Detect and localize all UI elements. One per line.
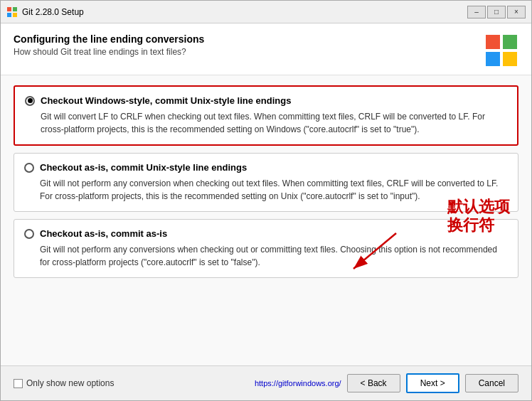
svg-rect-0 xyxy=(7,7,11,11)
option-box-3[interactable]: Checkout as-is, commit as-is Git will no… xyxy=(14,219,518,278)
close-button[interactable]: × xyxy=(507,6,526,18)
app-icon xyxy=(6,6,18,18)
page-subtitle: How should Git treat line endings in tex… xyxy=(14,47,204,57)
page-header: Configuring the line ending conversions … xyxy=(1,23,531,75)
next-button[interactable]: Next > xyxy=(406,373,459,393)
option-1-desc: Git will convert LF to CRLF when checkin… xyxy=(41,110,507,136)
svg-rect-3 xyxy=(13,13,17,17)
option-box-1[interactable]: Checkout Windows-style, commit Unix-styl… xyxy=(14,85,518,146)
checkbox-label: Only show new options xyxy=(26,378,114,388)
svg-rect-1 xyxy=(13,7,17,11)
svg-line-9 xyxy=(353,233,396,269)
footer-bar: Only show new options https://gitforwind… xyxy=(1,365,531,400)
maximize-button[interactable]: □ xyxy=(487,6,506,18)
option-3-label[interactable]: Checkout as-is, commit as-is xyxy=(24,228,508,239)
option-3-desc: Git will not perform any conversions whe… xyxy=(40,243,508,269)
option-2-label[interactable]: Checkout as-is, commit Unix-style line e… xyxy=(24,162,508,173)
option-box-2[interactable]: Checkout as-is, commit Unix-style line e… xyxy=(14,153,518,212)
window-controls: – □ × xyxy=(467,6,526,18)
option-1-label[interactable]: Checkout Windows-style, commit Unix-styl… xyxy=(25,95,507,106)
back-button[interactable]: < Back xyxy=(347,374,400,392)
page-title: Configuring the line ending conversions xyxy=(14,33,204,45)
svg-rect-6 xyxy=(486,52,500,66)
option-2-desc: Git will not perform any conversion when… xyxy=(40,177,508,203)
svg-rect-2 xyxy=(7,13,11,17)
option-3-title: Checkout as-is, commit as-is xyxy=(40,228,167,239)
setup-window: Git 2.28.0 Setup – □ × Configuring the l… xyxy=(0,0,532,401)
radio-3[interactable] xyxy=(24,229,34,239)
radio-1[interactable] xyxy=(25,96,35,106)
header-text-block: Configuring the line ending conversions … xyxy=(14,33,204,57)
checkbox-wrap[interactable]: Only show new options xyxy=(14,378,114,388)
window-title: Git 2.28.0 Setup xyxy=(22,7,467,17)
svg-rect-5 xyxy=(503,35,517,49)
git-logo xyxy=(484,33,518,68)
git-link[interactable]: https://gitforwindows.org/ xyxy=(255,379,341,387)
only-new-checkbox[interactable] xyxy=(14,379,23,388)
svg-rect-4 xyxy=(486,35,500,49)
title-bar: Git 2.28.0 Setup – □ × xyxy=(1,1,531,23)
options-content: Checkout Windows-style, commit Unix-styl… xyxy=(1,75,531,365)
minimize-button[interactable]: – xyxy=(467,6,486,18)
svg-rect-7 xyxy=(503,52,517,66)
option-1-title: Checkout Windows-style, commit Unix-styl… xyxy=(41,95,291,106)
cancel-button[interactable]: Cancel xyxy=(465,374,518,392)
red-arrow xyxy=(332,226,417,283)
footer-buttons: < Back Next > Cancel xyxy=(347,373,518,393)
radio-2[interactable] xyxy=(24,163,34,173)
option-2-title: Checkout as-is, commit Unix-style line e… xyxy=(40,162,247,173)
footer-left: Only show new options xyxy=(14,378,249,388)
